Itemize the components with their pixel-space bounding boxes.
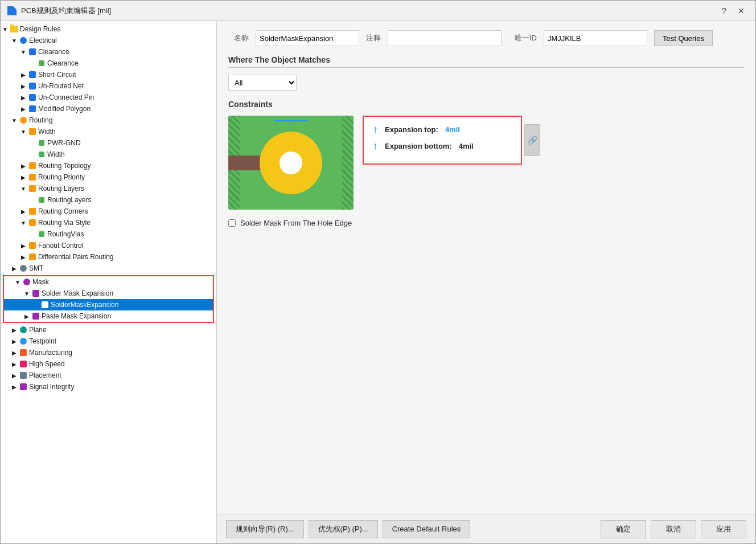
- tree-label-paste-mask-expansion: Paste Mask Expansion: [42, 312, 111, 320]
- expander-placement[interactable]: ▶: [10, 371, 19, 380]
- tree-item-placement[interactable]: ▶ Placement: [1, 370, 216, 381]
- expander-routing[interactable]: ▼: [10, 116, 19, 125]
- expander-un-routed-net[interactable]: ▶: [19, 81, 28, 91]
- uid-input[interactable]: [544, 30, 647, 46]
- apply-button[interactable]: 应用: [701, 520, 746, 538]
- tree-item-solder-mask-expansion-item[interactable]: ▶ SolderMaskExpansion: [4, 299, 213, 310]
- create-defaults-button[interactable]: Create Default Rules: [383, 520, 471, 538]
- rules-wizard-button[interactable]: 规则向导(R) (R)...: [226, 520, 304, 538]
- expander-clearance-group[interactable]: ▼: [19, 47, 28, 56]
- tree-label-width-group: Width: [38, 128, 56, 136]
- tree-item-routing-layers-item[interactable]: ▶ RoutingLayers: [1, 194, 216, 206]
- expander-fanout-control[interactable]: ▶: [19, 241, 28, 250]
- tree-label-routing-priority: Routing Priority: [38, 173, 85, 181]
- tree-label-un-connected-pin: Un-Connected Pin: [38, 93, 94, 101]
- tree-item-pwr-gnd[interactable]: ▶ PWR-GND: [1, 137, 216, 149]
- expander-plane[interactable]: ▶: [10, 325, 19, 334]
- tree-item-clearance-group[interactable]: ▼ Clearance: [1, 46, 216, 58]
- differential-pairs-icon: [28, 252, 37, 261]
- width-item-icon: [37, 150, 46, 159]
- expander-smt[interactable]: ▶: [10, 264, 19, 273]
- expansion-bottom-row: ↑ Expansion bottom: 4mil: [373, 140, 512, 152]
- cancel-button[interactable]: 取消: [651, 520, 696, 538]
- tree-item-routing-corners[interactable]: ▶ Routing Corners: [1, 206, 216, 217]
- pwr-gnd-icon: [37, 138, 46, 148]
- tree-item-width[interactable]: ▶ Width: [1, 149, 216, 160]
- main-content: ▼ Design Rules ▼ Electrical ▼ Clearance: [1, 21, 755, 543]
- tree-item-fanout-control[interactable]: ▶ Fanout Control: [1, 240, 216, 251]
- expander-routing-topology[interactable]: ▶: [19, 161, 28, 170]
- name-input[interactable]: [256, 30, 359, 46]
- tree-item-solder-mask-expansion[interactable]: ▼ Solder Mask Expansion: [4, 288, 213, 299]
- tree-item-un-routed-net[interactable]: ▶ Un-Routed Net: [1, 80, 216, 92]
- note-input[interactable]: [388, 30, 502, 46]
- expander-signal-integrity[interactable]: ▶: [10, 382, 19, 391]
- tree-item-width-group[interactable]: ▼ Width: [1, 126, 216, 137]
- expander-routing-layers[interactable]: ▼: [19, 184, 28, 193]
- help-button[interactable]: ?: [717, 5, 732, 17]
- expander-testpoint[interactable]: ▶: [10, 337, 19, 346]
- expander-electrical[interactable]: ▼: [10, 36, 19, 45]
- chain-icon: 🔗: [528, 136, 537, 145]
- tree-item-un-connected-pin[interactable]: ▶ Un-Connected Pin: [1, 92, 216, 103]
- priority-button[interactable]: 优先权(P) (P)...: [309, 520, 378, 538]
- electrical-icon: [19, 36, 28, 45]
- expansion-box: ↑ Expansion top: 4mil ↑ Expansion bottom…: [363, 116, 522, 165]
- tree-item-routing-layers[interactable]: ▼ Routing Layers: [1, 183, 216, 194]
- tree-item-routing-topology[interactable]: ▶ Routing Topology: [1, 160, 216, 171]
- mask-icon: [22, 277, 31, 287]
- tree-item-plane[interactable]: ▶ Plane: [1, 324, 216, 336]
- tree-item-smt[interactable]: ▶ SMT: [1, 263, 216, 274]
- expander-routing-via-style[interactable]: ▼: [19, 218, 28, 227]
- expander-short-circuit[interactable]: ▶: [19, 70, 28, 79]
- tree-item-mask[interactable]: ▼ Mask: [4, 276, 213, 288]
- tree-item-testpoint[interactable]: ▶ Testpoint: [1, 336, 216, 347]
- expander-un-connected-pin[interactable]: ▶: [19, 93, 28, 102]
- tree-item-modified-polygon[interactable]: ▶ Modified Polygon: [1, 103, 216, 114]
- un-connected-pin-icon: [28, 93, 37, 102]
- red-outline-section: ▼ Mask ▼ Solder Mask Expansion: [3, 275, 214, 323]
- tree-label-testpoint: Testpoint: [29, 337, 56, 345]
- confirm-button[interactable]: 确定: [601, 520, 646, 538]
- high-speed-icon: [19, 359, 28, 369]
- tree-item-clearance[interactable]: ▶ Clearance: [1, 58, 216, 69]
- tree-item-electrical[interactable]: ▼ Electrical: [1, 35, 216, 46]
- expander-mask[interactable]: ▼: [13, 277, 22, 287]
- tree-item-differential-pairs[interactable]: ▶ Differential Pairs Routing: [1, 251, 216, 263]
- tree-item-paste-mask-expansion[interactable]: ▶ Paste Mask Expansion: [4, 310, 213, 322]
- tree-item-routing-vias[interactable]: ▶ RoutingVias: [1, 228, 216, 240]
- main-window: PCB规则及约束编辑器 [mil] ? ✕ ▼ Design Rules ▼ E…: [0, 0, 756, 544]
- tree-item-manufacturing[interactable]: ▶ Manufacturing: [1, 347, 216, 358]
- expander-routing-corners[interactable]: ▶: [19, 207, 28, 216]
- solder-mask-from-hole-checkbox[interactable]: [228, 219, 236, 227]
- expander-routing-priority[interactable]: ▶: [19, 173, 28, 182]
- tree-label-un-routed-net: Un-Routed Net: [38, 82, 84, 90]
- tree-item-design-rules[interactable]: ▼ Design Rules: [1, 23, 216, 35]
- tree-item-signal-integrity[interactable]: ▶ Signal Integrity: [1, 381, 216, 392]
- expander-width-group[interactable]: ▼: [19, 127, 28, 136]
- expansion-top-label: Expansion top:: [385, 125, 438, 134]
- bottom-right-buttons: 确定 取消 应用: [601, 520, 746, 538]
- expander-design-rules[interactable]: ▼: [1, 24, 10, 34]
- tree-label-manufacturing: Manufacturing: [29, 349, 72, 357]
- where-select[interactable]: All Net Net Class Layer: [228, 75, 297, 91]
- link-chain-button[interactable]: 🔗: [524, 124, 540, 156]
- plane-icon: [19, 325, 28, 334]
- expander-solder-mask-expansion[interactable]: ▼: [22, 289, 31, 298]
- expander-manufacturing[interactable]: ▶: [10, 348, 19, 357]
- tree-item-routing-via-style[interactable]: ▼ Routing Via Style: [1, 217, 216, 228]
- expander-high-speed[interactable]: ▶: [10, 359, 19, 369]
- expander-modified-polygon[interactable]: ▶: [19, 104, 28, 113]
- close-button[interactable]: ✕: [734, 5, 749, 17]
- test-queries-button[interactable]: Test Queries: [654, 30, 713, 46]
- tree-item-routing[interactable]: ▼ Routing: [1, 114, 216, 126]
- tree-label-routing-corners: Routing Corners: [38, 207, 88, 215]
- routing-icon: [19, 116, 28, 125]
- tree-item-short-circuit[interactable]: ▶ Short-Circuit: [1, 69, 216, 80]
- tree-label-routing-layers-item: RoutingLayers: [47, 196, 91, 204]
- testpoint-icon: [19, 337, 28, 346]
- tree-item-routing-priority[interactable]: ▶ Routing Priority: [1, 171, 216, 183]
- expander-differential-pairs[interactable]: ▶: [19, 252, 28, 261]
- expander-paste-mask-expansion[interactable]: ▶: [22, 312, 31, 321]
- tree-item-high-speed[interactable]: ▶ High Speed: [1, 358, 216, 370]
